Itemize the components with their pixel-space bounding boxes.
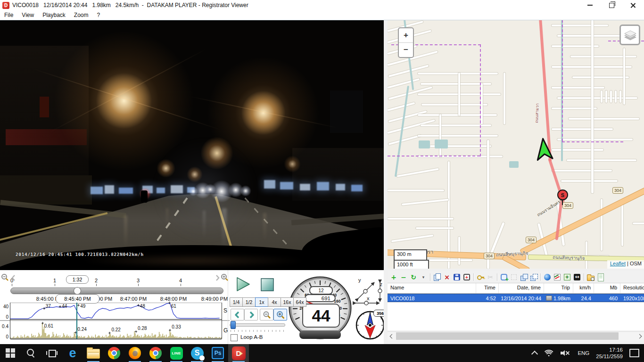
- speed-graph[interactable]: [10, 303, 222, 320]
- stop-button[interactable]: [260, 278, 274, 292]
- more-options-icon[interactable]: ▾: [419, 273, 428, 281]
- dashcam-video-panel[interactable]: 2014/12/16 20:45:41 100.721E013.822N042k…: [0, 20, 384, 270]
- taskbar-firefox[interactable]: [124, 344, 145, 362]
- refresh-icon[interactable]: ↻: [409, 273, 418, 281]
- speed-button-1-2[interactable]: 1/2: [242, 297, 256, 307]
- frame-next-button[interactable]: [244, 309, 258, 321]
- speed-button-16x[interactable]: 16x: [281, 297, 294, 307]
- restore-button[interactable]: [601, 0, 622, 10]
- speed-button-1-4[interactable]: 1/4: [230, 297, 243, 307]
- menu-item-playback[interactable]: Playback: [38, 11, 70, 19]
- key-icon[interactable]: [476, 273, 485, 281]
- speed-button-1x[interactable]: 1x: [255, 297, 268, 307]
- frames-copy-icon[interactable]: [520, 273, 528, 281]
- video-zoom-out-button[interactable]: [260, 309, 273, 321]
- video-zoom-in-button[interactable]: [273, 309, 287, 321]
- speaker-muted-icon: [561, 349, 571, 357]
- frames-paste-icon[interactable]: [529, 273, 538, 281]
- flare-streak: [190, 96, 338, 128]
- taskbar-task-view[interactable]: [41, 344, 62, 362]
- volume-muted-tray-icon[interactable]: [561, 349, 571, 357]
- gsensor-ytick-0: 0: [0, 334, 8, 339]
- cursor-minute-bubble: 1:32: [66, 275, 89, 284]
- map-view-icon[interactable]: [553, 273, 561, 281]
- column-header-date-time[interactable]: Date, time: [499, 283, 544, 293]
- timeline-zoom-out-icon[interactable]: [1, 273, 9, 281]
- menu-item-file[interactable]: File: [0, 11, 17, 19]
- scrollbar-thumb[interactable]: [396, 332, 619, 340]
- taskbar-line[interactable]: LINE: [166, 344, 187, 362]
- menu-item-view[interactable]: View: [17, 11, 38, 19]
- timeline-prev-arrow[interactable]: [10, 274, 18, 282]
- frame-add-icon[interactable]: [500, 273, 508, 281]
- timeline-slider-thumb[interactable]: [74, 287, 81, 295]
- google-earth-icon[interactable]: [543, 273, 552, 281]
- start-marker[interactable]: S: [557, 189, 568, 200]
- clock[interactable]: 17:1625/11/2559: [596, 346, 623, 360]
- map-panel[interactable]: ถนนรามอินทราถนนสีหบุรานุกิจถนนสีหบุรานุก…: [388, 20, 644, 269]
- toolbar-separator: [497, 273, 497, 281]
- play-button[interactable]: [235, 277, 252, 292]
- taskbar-datakam-player[interactable]: D: [228, 344, 249, 362]
- taskbar-chrome-2[interactable]: [145, 344, 166, 362]
- copy-icon[interactable]: [433, 273, 441, 281]
- report-icon[interactable]: [596, 273, 605, 281]
- frame-prev-button[interactable]: [231, 309, 244, 321]
- remove-icon[interactable]: −: [399, 273, 408, 281]
- cell-resolution: 1920x1080: [620, 294, 644, 302]
- timeline-next-arrow[interactable]: [213, 274, 221, 282]
- minimize-button[interactable]: [579, 0, 601, 10]
- add-icon[interactable]: +: [389, 273, 398, 281]
- taskbar-skype[interactable]: S: [187, 344, 207, 362]
- loop-ab-checkbox[interactable]: [231, 334, 238, 341]
- volume-slider-track[interactable]: [230, 323, 285, 327]
- taskbar-start[interactable]: [0, 344, 21, 362]
- column-header-time[interactable]: Time: [476, 283, 499, 293]
- scroll-right-arrow[interactable]: [636, 332, 644, 340]
- taskbar-chrome[interactable]: [104, 344, 124, 362]
- street: [591, 20, 594, 193]
- close-button[interactable]: [622, 0, 644, 10]
- street: [388, 78, 420, 89]
- leaflet-link[interactable]: Leaflet: [610, 261, 626, 266]
- map-zoom-out-button[interactable]: −: [399, 43, 413, 57]
- column-header-resolution[interactable]: Resolution: [620, 283, 644, 293]
- menu-item-zoom[interactable]: Zoom: [70, 11, 93, 19]
- folder-search-icon[interactable]: [586, 273, 595, 281]
- language-indicator[interactable]: ENG: [578, 350, 589, 356]
- taskbar-edge[interactable]: e: [62, 344, 83, 362]
- delete-icon[interactable]: ×: [443, 273, 451, 281]
- map-add-icon[interactable]: [563, 273, 571, 281]
- timeline-slider-track[interactable]: [10, 288, 223, 294]
- save-icon[interactable]: [453, 273, 461, 281]
- scroll-left-arrow[interactable]: [388, 332, 396, 340]
- column-header-km-h[interactable]: km/h: [573, 283, 594, 293]
- menu-item-help[interactable]: ?: [93, 11, 105, 19]
- taskbar-search[interactable]: [21, 344, 41, 362]
- timeline-zoom-in-icon[interactable]: [221, 273, 229, 281]
- taskbar-photoshop[interactable]: Ps: [207, 344, 228, 362]
- shop-light: [351, 185, 363, 191]
- taskbar-file-explorer[interactable]: [83, 344, 104, 362]
- table-horizontal-scrollbar[interactable]: [388, 331, 644, 340]
- table-row[interactable]: VICO00184:5212/16/2014 20:441.98km24.446…: [388, 294, 644, 302]
- speed-button-4x[interactable]: 4x: [268, 297, 281, 307]
- speed-ytick-40: 40: [0, 304, 8, 309]
- hidden-icons-chevron[interactable]: [532, 350, 537, 356]
- wifi-tray-icon[interactable]: [544, 349, 554, 357]
- peak-label: 0.33: [172, 324, 181, 329]
- action-center-button[interactable]: [629, 349, 639, 357]
- volume-slider-thumb[interactable]: [231, 321, 236, 329]
- admin-boundary: [562, 20, 563, 141]
- peak-marker: [108, 332, 111, 334]
- column-header-name[interactable]: Name: [388, 283, 476, 293]
- column-header-trip[interactable]: Trip: [544, 283, 573, 293]
- magnifier-minus-icon: [263, 311, 271, 319]
- map-zoom-in-button[interactable]: +: [399, 28, 413, 43]
- repair-kit-icon[interactable]: [462, 273, 471, 281]
- map-layers-button[interactable]: [619, 25, 640, 45]
- film-strip-icon[interactable]: ↔: [573, 273, 581, 281]
- panel-splitter[interactable]: [384, 20, 388, 344]
- speed-button-64x[interactable]: 64x: [293, 297, 306, 307]
- column-header-mb[interactable]: Mb: [594, 283, 620, 293]
